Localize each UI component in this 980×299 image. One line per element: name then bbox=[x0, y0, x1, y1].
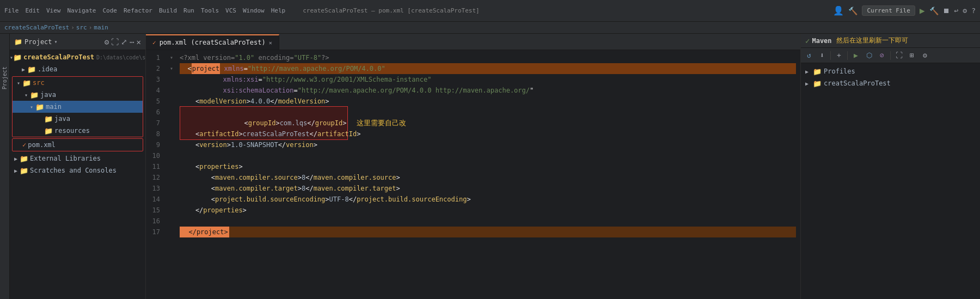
maven-toolbar: ↺ ⬇ + ▶ ⬡ ⊘ ⛶ ⊞ ⚙ bbox=[801, 48, 980, 63]
app-menu-edit[interactable]: Edit bbox=[26, 7, 40, 14]
tree-item-java1[interactable]: ▾ 📁 java bbox=[13, 89, 143, 101]
help-button[interactable]: ? bbox=[971, 7, 976, 15]
app-menu-view[interactable]: View bbox=[46, 7, 61, 14]
code-line-9: <version>1.0-SNAPSHOT</version> bbox=[180, 139, 796, 150]
main-layout: Project 📁 Project ▾ ⚙ ⛶ ⤢ ⋯ ✕ ▾ 📁 bbox=[0, 34, 980, 299]
sidebar-strip: Project bbox=[0, 34, 10, 299]
maven-add-button[interactable]: + bbox=[833, 50, 845, 62]
project-arrow[interactable]: ▶ bbox=[805, 81, 813, 87]
options-icon[interactable]: ⋯ bbox=[130, 38, 134, 46]
hammer-icon[interactable]: 🔨 bbox=[848, 7, 857, 15]
checkmark-icon: ✓ bbox=[805, 36, 810, 45]
code-line-8: <artifactId>creatScalaProTest</artifactI… bbox=[180, 129, 796, 139]
fold-11[interactable]: ▾ bbox=[168, 63, 175, 74]
app-menu-file[interactable]: File bbox=[4, 7, 19, 14]
user-icon[interactable]: 👤 bbox=[833, 5, 844, 16]
maven-tree: ▶ 📁 Profiles ▶ 📁 creatScalaProTest bbox=[801, 63, 980, 299]
expand-icon[interactable]: ⛶ bbox=[111, 38, 119, 46]
code-line-13: <maven.compiler.target>8</maven.compiler… bbox=[180, 183, 796, 194]
project-panel-title: 📁 Project ▾ bbox=[14, 38, 58, 46]
code-line-3: xmlns:xsi="http://www.w3.org/2001/XMLSch… bbox=[180, 74, 796, 85]
app-menu-help[interactable]: Help bbox=[271, 7, 286, 14]
maven-debug-button[interactable]: ⬡ bbox=[863, 50, 875, 62]
code-line-12: <maven.compiler.source>8</maven.compiler… bbox=[180, 172, 796, 183]
tree-item-scratches[interactable]: ▶ 📁 Scratches and Consoles bbox=[10, 164, 145, 176]
code-line-10 bbox=[180, 150, 796, 161]
code-editor[interactable]: <?xml version="1.0" encoding="UTF-8"?> <… bbox=[175, 50, 800, 299]
project-label: creatScalaProTest bbox=[824, 80, 891, 87]
maven-run-button[interactable]: ▶ bbox=[850, 50, 862, 62]
top-bar-left: File Edit View Navigate Code Refactor Bu… bbox=[4, 7, 480, 14]
maven-tree-profiles[interactable]: ▶ 📁 Profiles bbox=[801, 65, 980, 77]
current-file-dropdown[interactable]: Current File bbox=[862, 5, 915, 16]
editor-tab-pom[interactable]: ✓ pom.xml (creatScalaProTest) ✕ bbox=[146, 34, 279, 50]
profiles-label: Profiles bbox=[824, 68, 855, 75]
app-menu-refactor[interactable]: Refactor bbox=[124, 7, 152, 14]
profiles-folder-icon: 📁 bbox=[813, 68, 822, 76]
maven-title: Maven bbox=[812, 37, 831, 45]
project-sidebar-label[interactable]: Project bbox=[2, 66, 8, 89]
tree-item-pom[interactable]: ✓ pom.xml bbox=[13, 139, 143, 151]
tab-close-button[interactable]: ✕ bbox=[269, 40, 272, 46]
maven-skip-button[interactable]: ⊘ bbox=[876, 50, 888, 62]
fold-gutter: ▾ ▾ bbox=[168, 50, 175, 299]
maven-show-diagram-button[interactable]: ⛶ bbox=[893, 50, 905, 62]
tree-root[interactable]: ▾ 📁 createScalaProTest D:\datas\code\sca… bbox=[10, 51, 145, 63]
build-button[interactable]: 🔨 bbox=[929, 7, 939, 15]
code-line-14: <project.build.sourceEncoding>UTF-8</pro… bbox=[180, 194, 796, 205]
window-title: createScalaProTest – pom.xml [createScal… bbox=[303, 7, 480, 14]
tab-file-icon: ✓ bbox=[152, 39, 156, 46]
project-panel: 📁 Project ▾ ⚙ ⛶ ⤢ ⋯ ✕ ▾ 📁 createScalaPro… bbox=[10, 34, 146, 299]
maximize-icon[interactable]: ⤢ bbox=[121, 38, 127, 46]
breadcrumb-project[interactable]: createScalaProTest bbox=[4, 24, 69, 31]
app-menu-window[interactable]: Window bbox=[243, 7, 265, 14]
dropdown-arrow[interactable]: ▾ bbox=[54, 39, 58, 45]
maven-download-button[interactable]: ⬇ bbox=[816, 50, 828, 62]
tree-item-main[interactable]: ▾ 📁 main bbox=[13, 101, 143, 113]
tree-item-src[interactable]: ▾ 📁 src bbox=[13, 77, 143, 89]
settings-button[interactable]: ⚙ bbox=[963, 7, 967, 15]
maven-tree-project[interactable]: ▶ 📁 creatScalaProTest bbox=[801, 77, 980, 89]
back-button[interactable]: ↩ bbox=[954, 7, 959, 15]
tree-item-resources[interactable]: 📁 resources bbox=[13, 125, 143, 137]
gear-icon[interactable]: ⚙ bbox=[105, 38, 109, 46]
maven-collapse-button[interactable]: ⊞ bbox=[906, 50, 918, 62]
stop-button[interactable]: ⏹ bbox=[943, 7, 950, 15]
fold-2[interactable]: ▾ bbox=[168, 52, 175, 63]
folder-icon: 📁 bbox=[14, 38, 22, 46]
code-line-17: </project> bbox=[180, 227, 796, 237]
tree-group-src: ▾ 📁 src ▾ 📁 java ▾ 📁 main bbox=[12, 76, 143, 137]
code-line-16 bbox=[180, 216, 796, 227]
app-menu-vcs[interactable]: VCS bbox=[225, 7, 236, 14]
breadcrumb-main[interactable]: main bbox=[94, 24, 108, 31]
maven-settings-button[interactable]: ⚙ bbox=[919, 50, 931, 62]
run-button[interactable]: ▶ bbox=[920, 5, 925, 16]
app-menu-code[interactable]: Code bbox=[102, 7, 117, 14]
toolbar-separator-3 bbox=[890, 51, 891, 60]
top-bar-right: 👤 🔨 Current File ▶ 🔨 ⏹ ↩ ⚙ ? bbox=[833, 5, 976, 16]
maven-reload-button[interactable]: ↺ bbox=[803, 50, 815, 62]
maven-panel: ✓ Maven 然后在这里刷新一下即可 ↺ ⬇ + ▶ ⬡ ⊘ ⛶ ⊞ ⚙ ▶ … bbox=[800, 34, 980, 299]
close-icon[interactable]: ✕ bbox=[137, 38, 141, 46]
project-folder-icon: 📁 bbox=[813, 80, 822, 88]
tree-item-external[interactable]: ▶ 📁 External Libraries bbox=[10, 152, 145, 164]
code-line-4: xsi:schemaLocation="http://maven.apache.… bbox=[180, 85, 796, 96]
maven-panel-top: ✓ Maven 然后在这里刷新一下即可 bbox=[801, 34, 980, 48]
app-menu-navigate[interactable]: Navigate bbox=[68, 7, 96, 14]
maven-annotation-text: 然后在这里刷新一下即可 bbox=[836, 36, 908, 45]
breadcrumb: createScalaProTest › src › main bbox=[0, 22, 980, 34]
title-bar: File Edit View Navigate Code Refactor Bu… bbox=[0, 0, 980, 22]
panel-header-actions: ⚙ ⛶ ⤢ ⋯ ✕ bbox=[105, 38, 141, 46]
editor-tabs: ✓ pom.xml (creatScalaProTest) ✕ bbox=[146, 34, 800, 50]
annotation-groupid: 这里需要自己改 bbox=[357, 118, 406, 129]
app-menu-run[interactable]: Run bbox=[183, 7, 194, 14]
project-tree: ▾ 📁 createScalaProTest D:\datas\code\sca… bbox=[10, 50, 145, 299]
breadcrumb-src[interactable]: src bbox=[76, 24, 87, 31]
code-line-15: </properties> bbox=[180, 205, 796, 216]
app-menu-build[interactable]: Build bbox=[159, 7, 177, 14]
profiles-arrow[interactable]: ▶ bbox=[805, 69, 813, 75]
app-menu-tools[interactable]: Tools bbox=[201, 7, 219, 14]
code-line-7: <groupId>com.lqs</groupId> 这里需要自己改 bbox=[180, 118, 796, 129]
tree-item-java2[interactable]: 📁 java bbox=[13, 113, 143, 125]
tree-item-idea[interactable]: ▶ 📁 .idea bbox=[10, 63, 145, 75]
